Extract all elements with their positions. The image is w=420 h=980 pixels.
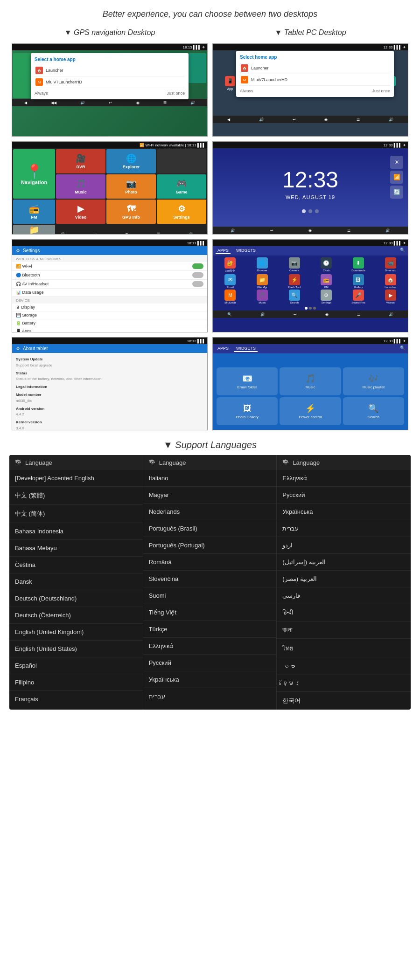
widget-email-folder[interactable]: 📧 Email folder (217, 367, 278, 395)
lang-col2-item-8[interactable]: Tiếng Việt (143, 604, 277, 621)
lang-col3-item-11[interactable]: ဗမာ (277, 658, 411, 675)
app-search[interactable]: 🔍Search (279, 290, 310, 304)
lang-col3-item-2[interactable]: Українська (277, 504, 411, 520)
widget-photo-gallery[interactable]: 🖼 Photo Gallery (217, 397, 278, 425)
app-fm[interactable]: 📻FM (311, 274, 342, 289)
launcher-option-gps[interactable]: 🏠 Launcher (35, 65, 185, 76)
tile-video[interactable]: ▶Video (56, 200, 105, 224)
widget-music[interactable]: 🎵 Music (280, 367, 341, 395)
lang-col1-item-3[interactable]: Bahasa Indonesia (9, 523, 143, 540)
lang-col1-item-6[interactable]: Dansk (9, 573, 143, 590)
widget-music-playlist[interactable]: 🎶 Music playlist (343, 367, 404, 395)
apps-setting[interactable]: 📱 Apps (12, 327, 207, 332)
widgets-widgets-tab[interactable]: WIDGETS (234, 345, 258, 352)
lang-col1-item-2[interactable]: 中文 (简体) (9, 505, 143, 523)
lang-col3-item-0[interactable]: Ελληνικά (277, 470, 411, 487)
lang-col3-item-5[interactable]: العربية (إسرائيل) (277, 554, 411, 571)
lang-col2-item-1[interactable]: Magyar (143, 487, 277, 504)
app-camera[interactable]: 📷Camera (279, 257, 310, 273)
lang-col1-item-12[interactable]: Filipino (9, 674, 143, 691)
lang-col2-item-7[interactable]: Suomi (143, 587, 277, 604)
lang-col2-item-0[interactable]: Italiano (143, 470, 277, 487)
app-sound-rec[interactable]: 🎤Sound Rec (343, 290, 374, 304)
lang-col2-item-13[interactable]: עברית (143, 688, 277, 704)
app-file[interactable]: 📁File Mgr (247, 274, 278, 289)
widgets-search-icon[interactable]: 🔍 (400, 345, 405, 352)
lang-col2-item-3[interactable]: Português (Brasil) (143, 520, 277, 537)
lang-col2-item-12[interactable]: Українська (143, 671, 277, 688)
always-button-tablet[interactable]: Always (240, 89, 253, 93)
tile-photo[interactable]: 📷Photo (106, 174, 156, 199)
lang-col1-item-0[interactable]: [Developer] Accented English (9, 470, 143, 487)
bluetooth-toggle[interactable] (192, 272, 203, 278)
miui-option-tablet[interactable]: M MiuiV7LauncherHD (240, 74, 390, 86)
widget-search[interactable]: 🔍 Search (343, 397, 404, 425)
storage-setting[interactable]: 💾 Storage (12, 311, 207, 319)
data-usage-setting[interactable]: 📊 Data usage (12, 289, 207, 297)
tile-explorer-2[interactable]: 🌐Explorer (106, 149, 156, 173)
lang-col3-item-7[interactable]: فارسی (277, 587, 411, 604)
miui-option-gps[interactable]: M MiuiV7LauncherHD (35, 76, 185, 88)
lang-col1-item-7[interactable]: Deutsch (Deutschland) (9, 590, 143, 607)
bluetooth-setting[interactable]: 🔵 Bluetooth (12, 271, 207, 280)
wifi-setting[interactable]: 📶 Wi-Fi (12, 262, 207, 271)
just-once-button-gps[interactable]: Just once (167, 91, 185, 96)
avin-setting[interactable]: 🎧 AV In/Headset (12, 280, 207, 289)
lang-col2-item-5[interactable]: Română (143, 554, 277, 571)
lang-col1-item-4[interactable]: Bahasa Melayu (9, 540, 143, 557)
app-gallery[interactable]: 🖼Gallery (343, 274, 374, 289)
lang-col3-item-8[interactable]: हिन्दी (277, 604, 411, 621)
lang-col2-item-9[interactable]: Türkçe (143, 621, 277, 638)
tile-settings[interactable]: ⚙Settings (157, 200, 206, 224)
lang-col1-item-5[interactable]: Čeština (9, 557, 143, 573)
lang-col3-item-9[interactable]: বাংলা (277, 621, 411, 639)
app-miui[interactable]: MMiuiLnch (215, 290, 246, 304)
display-setting[interactable]: 🖥 Display (12, 304, 207, 311)
lang-col1-item-1[interactable]: 中文 (繁體) (9, 487, 143, 505)
tile-game-2[interactable]: 🎮Game (157, 174, 206, 199)
lang-col1-item-10[interactable]: English (United States) (9, 641, 143, 657)
battery-setting[interactable]: 🔋 Battery (12, 319, 207, 327)
appgrid-search[interactable]: 🔍 (400, 248, 405, 254)
tile-music[interactable]: 🎵Music (56, 174, 105, 199)
tile-file[interactable]: 📁File (13, 225, 55, 235)
lang-col1-item-13[interactable]: Français (9, 691, 143, 707)
lang-col2-item-4[interactable]: Português (Portugal) (143, 537, 277, 554)
lang-col2-item-10[interactable]: Ελληνικά (143, 638, 277, 655)
lang-col3-item-1[interactable]: Русский (277, 487, 411, 504)
app-music[interactable]: 🎵Music (247, 290, 278, 304)
apps-tab[interactable]: APPS (216, 248, 231, 254)
lang-col3-item-4[interactable]: اردو (277, 537, 411, 554)
app-browser[interactable]: 🌐Browser (247, 257, 278, 273)
wifi-toggle[interactable] (192, 263, 203, 269)
tile-dvr-2[interactable]: 🎥DVR (56, 149, 105, 173)
app-drive[interactable]: 📹Drive rec (375, 257, 406, 273)
lang-col3-item-10[interactable]: ไทย (277, 639, 411, 658)
lang-col2-item-11[interactable]: Русский (143, 655, 277, 671)
lang-col3-item-12[interactable]: ខ្មែរ (277, 675, 411, 692)
lang-col3-item-13[interactable]: 한국어 (277, 692, 411, 710)
app-flash[interactable]: ⚡Flash Tool (279, 274, 310, 289)
just-once-button-tablet[interactable]: Just once (372, 89, 390, 93)
lang-col1-item-11[interactable]: Español (9, 657, 143, 674)
lang-col1-item-9[interactable]: English (United Kingdom) (9, 624, 143, 641)
app-downloads[interactable]: ⬇Downloads (343, 257, 374, 273)
launcher-option-tablet[interactable]: 🏠 Launcher (240, 62, 390, 74)
tile-gpsinfo[interactable]: 🗺GPS Info (106, 200, 156, 224)
app-360[interactable]: 🔐360安全 (215, 257, 246, 273)
app-clock[interactable]: 🕐Clock (311, 257, 342, 273)
lang-col2-item-2[interactable]: Nederlands (143, 504, 277, 520)
widgets-tab[interactable]: WIDGETS (234, 248, 258, 254)
tile-fm[interactable]: 📻FM (13, 200, 55, 224)
lang-col1-item-8[interactable]: Deutsch (Österreich) (9, 607, 143, 624)
widgets-apps-tab[interactable]: APPS (216, 345, 231, 352)
app-settings-grid[interactable]: ⚙Settings (311, 290, 342, 304)
app-video[interactable]: ▶Videos (375, 290, 406, 304)
widget-power-control[interactable]: ⚡ Power control (280, 397, 341, 425)
app-launcher[interactable]: 🏠Launcher (375, 274, 406, 289)
app-email[interactable]: ✉Email (215, 274, 246, 289)
avin-toggle[interactable] (192, 281, 203, 287)
lang-col2-item-6[interactable]: Slovenčina (143, 571, 277, 587)
tile-navigation[interactable]: 📍Navigation (13, 149, 55, 199)
always-button-gps[interactable]: Always (35, 91, 48, 96)
